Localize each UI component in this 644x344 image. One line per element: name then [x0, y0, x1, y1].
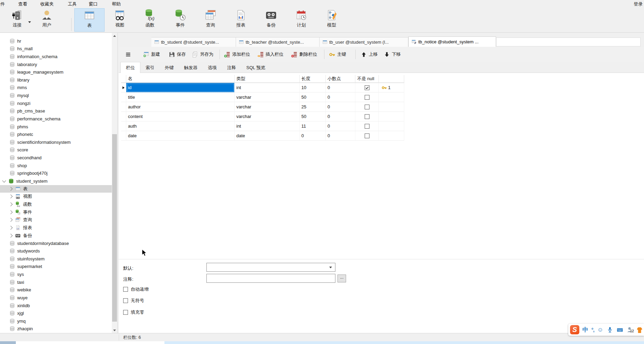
sidebar-database-item[interactable]: phms: [0, 123, 112, 131]
toolbar-button-backup[interactable]: 备份: [256, 8, 286, 32]
field-decimals-cell[interactable]: 0: [326, 121, 355, 131]
sidebar-tree-item-query[interactable]: 查询: [0, 216, 112, 224]
field-name-cell[interactable]: author: [126, 102, 235, 112]
field-length-cell[interactable]: 10: [300, 83, 326, 93]
skin-person-icon[interactable]: 12: [626, 326, 633, 333]
menu-item[interactable]: 收藏夹: [40, 1, 54, 7]
grid-column-header[interactable]: [379, 75, 404, 83]
row-selector[interactable]: [121, 83, 126, 93]
sidebar-scrollbar[interactable]: [112, 33, 117, 333]
field-key-cell[interactable]: [379, 93, 404, 102]
sidebar-database-item[interactable]: pb_cms_base: [0, 107, 112, 115]
sidebar-tree-item-function[interactable]: f(x)函数: [0, 201, 112, 208]
chinese-mode-icon[interactable]: 中: [582, 326, 588, 334]
chevron-right-icon[interactable]: [9, 202, 12, 206]
designer-tab[interactable]: 外键: [160, 62, 179, 73]
sidebar-tree-item-backup[interactable]: 备份: [0, 232, 112, 239]
sidebar-database-item[interactable]: supermarket: [0, 263, 112, 271]
row-selector[interactable]: [121, 131, 126, 141]
menu-item[interactable]: 帮助: [112, 1, 121, 7]
row-selector[interactable]: [121, 112, 126, 121]
insertfield-button[interactable]: 插入栏位: [257, 50, 283, 59]
menu-item[interactable]: 文件: [0, 1, 5, 7]
designer-tab[interactable]: SQL 预览: [241, 62, 270, 73]
field-decimals-cell[interactable]: 0: [326, 93, 355, 102]
toolbar-button-schedule[interactable]: 计划: [286, 8, 316, 32]
notnull-checkbox[interactable]: [365, 95, 369, 100]
field-decimals-cell[interactable]: 0: [326, 112, 355, 121]
sidebar-database-item[interactable]: springbootj470j: [0, 169, 112, 177]
field-type-cell[interactable]: varchar: [235, 112, 300, 121]
field-notnull-cell[interactable]: [355, 121, 379, 131]
toolbar-button-query[interactable]: 查询: [195, 8, 226, 32]
field-decimals-cell[interactable]: 0: [326, 102, 355, 112]
chevron-right-icon[interactable]: [9, 187, 12, 191]
chevron-right-icon[interactable]: [9, 218, 12, 222]
sidebar-database-item[interactable]: stuinfosystem: [0, 255, 112, 263]
sidebar-database-item-open[interactable]: student_system: [0, 177, 112, 185]
down-button[interactable]: 下移: [384, 50, 401, 59]
keyboard-icon[interactable]: [616, 326, 623, 333]
menu-item[interactable]: 窗口: [89, 1, 98, 7]
sidebar-database-item[interactable]: scientificinformationsystem: [0, 138, 112, 146]
emoji-icon[interactable]: ☺: [597, 326, 603, 333]
sidebar-tree-item-table[interactable]: 表: [0, 185, 112, 193]
field-name-cell[interactable]: id: [126, 83, 235, 93]
sidebar-database-item[interactable]: league_managesystem: [0, 68, 112, 76]
menu-item[interactable]: 查看: [18, 1, 27, 7]
field-length-cell[interactable]: 11: [300, 121, 326, 131]
field-notnull-cell[interactable]: [355, 83, 379, 93]
field-key-cell[interactable]: [379, 102, 404, 112]
field-name-cell[interactable]: date: [126, 131, 235, 141]
sidebar-database-item[interactable]: secondhand: [0, 154, 112, 162]
row-selector[interactable]: [121, 102, 126, 112]
designer-tab[interactable]: 触发器: [179, 62, 203, 73]
field-notnull-cell[interactable]: [355, 102, 379, 112]
field-decimals-cell[interactable]: 0: [326, 131, 355, 141]
grid-column-header[interactable]: 小数点: [326, 75, 355, 83]
sidebar-database-item[interactable]: performance_schema: [0, 115, 112, 123]
field-type-cell[interactable]: varchar: [235, 102, 300, 112]
designer-tab[interactable]: 索引: [140, 62, 160, 73]
deletefield-button[interactable]: 删除栏位: [291, 50, 317, 59]
sidebar-database-item[interactable]: xinlidb: [0, 302, 112, 310]
sidebar-database-item[interactable]: shop: [0, 162, 112, 170]
toolbar-button-view[interactable]: 视图: [105, 8, 135, 32]
sidebar-database-item[interactable]: information_schema: [0, 53, 112, 61]
up-button[interactable]: 上移: [361, 50, 378, 59]
microphone-icon[interactable]: [607, 326, 613, 333]
field-length-cell[interactable]: 50: [300, 112, 326, 121]
field-name-cell[interactable]: content: [126, 112, 235, 121]
toolbar-button-table[interactable]: 表: [74, 8, 105, 32]
addfield-button[interactable]: 添加栏位: [224, 50, 250, 59]
toolbar-button-report[interactable]: 报表: [226, 8, 256, 32]
chevron-right-icon[interactable]: [9, 234, 12, 237]
field-key-cell[interactable]: [379, 131, 404, 141]
sidebar-database-item[interactable]: mms: [0, 84, 112, 92]
sidebar-tree-item-event[interactable]: 事件: [0, 208, 112, 216]
unsigned-checkbox-row[interactable]: 无符号: [123, 298, 144, 304]
chevron-right-icon[interactable]: [9, 226, 12, 229]
field-notnull-cell[interactable]: [355, 93, 379, 102]
document-tab[interactable]: tb_teacher @student_syste...: [236, 37, 320, 47]
toolbar-button-function[interactable]: f(x)函数: [135, 8, 165, 32]
save-button[interactable]: 保存: [169, 50, 186, 59]
field-type-cell[interactable]: int: [235, 83, 300, 93]
toolbar-button-event[interactable]: 事件: [165, 8, 195, 32]
zerofill-checkbox-row[interactable]: 填充零: [123, 309, 144, 315]
scroll-down-icon[interactable]: [112, 327, 117, 333]
field-notnull-cell[interactable]: [355, 112, 379, 121]
sidebar-database-item[interactable]: taxi: [0, 278, 112, 286]
sidebar-database-item[interactable]: wuye: [0, 294, 112, 302]
sidebar-database-item[interactable]: webike: [0, 286, 112, 294]
designer-menu-button[interactable]: [125, 50, 131, 59]
unsigned-checkbox[interactable]: [123, 298, 128, 303]
designer-tab[interactable]: 注释: [222, 62, 241, 73]
notnull-checkbox[interactable]: [365, 85, 369, 90]
sidebar-database-item[interactable]: hs_mall: [0, 45, 112, 53]
toolbar-button-connection[interactable]: 连接: [2, 8, 32, 32]
field-type-cell[interactable]: date: [235, 131, 300, 141]
document-tab[interactable]: tb_user @student_system (l...: [320, 37, 408, 47]
sidebar-database-item[interactable]: laboratory: [0, 61, 112, 68]
login-button[interactable]: 登录: [634, 1, 643, 7]
